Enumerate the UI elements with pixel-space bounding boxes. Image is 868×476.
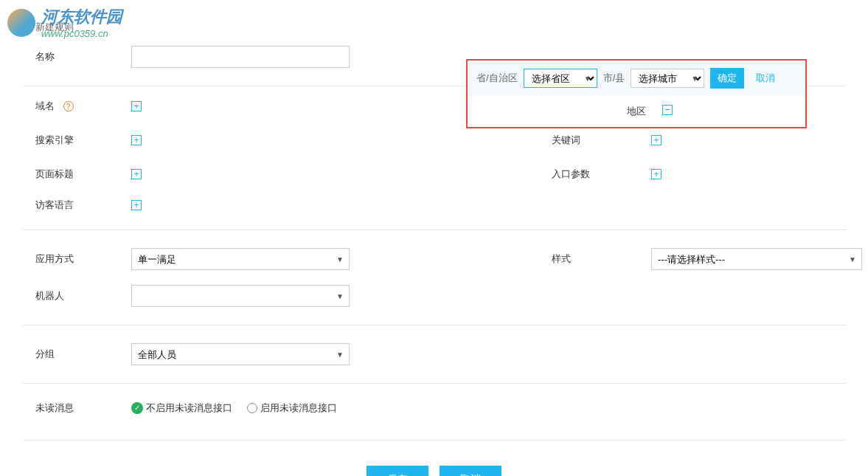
name-input[interactable] [131,46,350,68]
search-engine-label: 搜索引擎 [35,134,131,147]
visitor-language-label: 访客语言 [35,199,131,212]
group-label: 分组 [35,348,131,361]
unread-disable-radio[interactable]: ✓ 不启用未读消息接口 [131,401,232,415]
add-domain-icon[interactable]: + [131,101,142,111]
unread-enable-label: 启用未读消息接口 [260,401,337,415]
help-icon[interactable]: ? [63,101,74,111]
add-page-title-icon[interactable]: + [131,169,142,179]
style-label: 样式 [552,252,651,266]
radio-checked-icon: ✓ [131,402,143,414]
region-body-label: 地区 [627,106,646,117]
province-select[interactable]: 选择省区 [524,69,597,88]
add-keyword-icon[interactable]: + [651,135,662,145]
robot-label: 机器人 [35,289,131,303]
region-popup: 省/自治区 选择省区 ▼ 市/县 选择城市 ▼ 确定 取消 地区 − [466,59,807,128]
keyword-label: 关键词 [552,134,651,147]
unread-disable-label: 不启用未读消息接口 [146,401,232,415]
style-select[interactable]: ---请选择样式--- [651,248,862,270]
name-label: 名称 [35,50,131,63]
watermark-title: 河东软件园 [41,7,122,26]
province-label: 省/自治区 [476,72,518,85]
region-cancel-link[interactable]: 取消 [756,72,775,85]
cancel-button[interactable]: 取消 [440,466,501,476]
city-select[interactable]: 选择城市 [631,69,704,88]
add-entry-param-icon[interactable]: + [651,169,662,179]
city-label: 市/县 [603,72,625,85]
group-select[interactable]: 全部人员 [131,343,350,365]
add-search-engine-icon[interactable]: + [131,135,142,145]
page-title-label: 页面标题 [35,168,131,181]
radio-unchecked-icon [247,403,257,413]
unread-msg-label: 未读消息 [35,401,131,415]
apply-mode-label: 应用方式 [35,252,131,266]
watermark: 河东软件园 www.pc0359.cn [7,6,122,39]
save-button[interactable]: 保存 [367,466,428,476]
robot-select[interactable] [131,285,350,307]
entry-param-label: 入口参数 [552,168,651,181]
page-title: 新建规则 [0,0,868,34]
apply-mode-select[interactable]: 单一满足 [131,248,350,270]
region-confirm-button[interactable]: 确定 [710,68,744,89]
add-visitor-language-icon[interactable]: + [131,200,142,210]
domain-label: 域名 ? [35,100,131,113]
remove-region-icon[interactable]: − [662,105,673,115]
watermark-logo-icon [7,9,35,37]
unread-enable-radio[interactable]: 启用未读消息接口 [247,401,337,415]
watermark-url: www.pc0359.cn [41,28,108,39]
